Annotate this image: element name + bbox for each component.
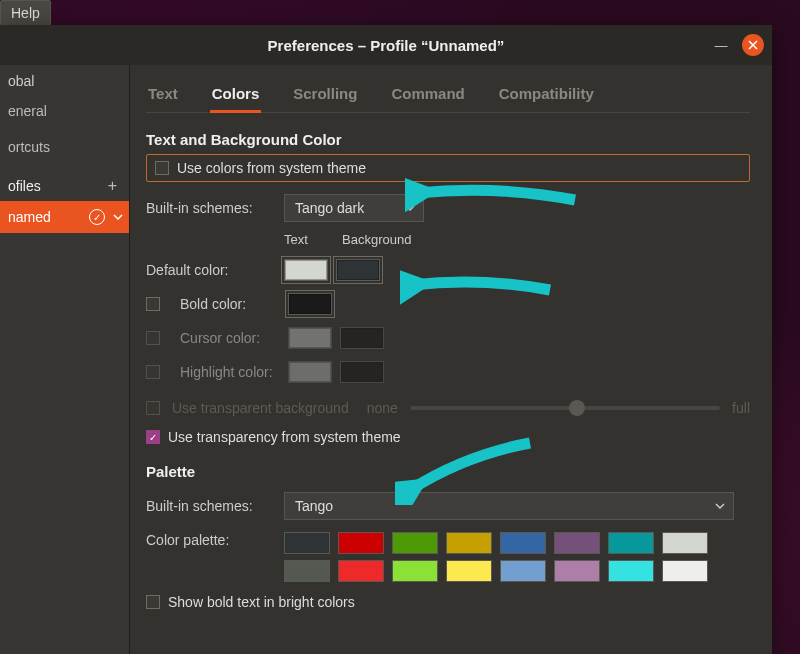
preferences-window: Preferences – Profile “Unnamed” — obal e… [0,25,772,654]
slider-full-label: full [732,400,750,416]
palette-scheme-value: Tango [295,498,333,514]
cursor-bg-swatch[interactable] [340,327,384,349]
slider-none-label: none [367,400,398,416]
palette-swatch-1-3[interactable] [446,560,492,582]
bold-color-label: Bold color: [168,296,280,312]
palette-swatch-1-1[interactable] [338,560,384,582]
transparency-slider[interactable] [410,399,720,417]
palette-swatch-0-5[interactable] [554,532,600,554]
minimize-button[interactable]: — [710,34,732,56]
col-header-text: Text [284,232,332,247]
sidebar: obal eneral ortcuts ofiles + named ✓ [0,65,130,654]
sidebar-profiles-header: ofiles + [0,165,129,201]
highlight-text-swatch[interactable] [288,361,332,383]
palette-grid [284,532,708,582]
tab-colors[interactable]: Colors [210,79,262,112]
palette-swatch-0-1[interactable] [338,532,384,554]
palette-swatch-1-4[interactable] [500,560,546,582]
highlight-color-checkbox[interactable] [146,365,160,379]
section-palette-title: Palette [146,463,750,480]
show-bold-bright-checkbox[interactable] [146,595,160,609]
palette-swatch-1-0[interactable] [284,560,330,582]
tab-text[interactable]: Text [146,79,180,112]
palette-swatch-0-4[interactable] [500,532,546,554]
builtin-scheme-combo[interactable]: Tango dark [284,194,424,222]
use-system-colors-row[interactable]: Use colors from system theme [146,154,750,182]
color-palette-label: Color palette: [146,532,276,548]
sidebar-profile-label: named [8,209,83,225]
sidebar-profile-unnamed[interactable]: named ✓ [0,201,129,233]
sidebar-item-shortcuts[interactable]: ortcuts [0,129,129,165]
palette-swatch-0-2[interactable] [392,532,438,554]
sidebar-item-general[interactable]: eneral [0,93,129,129]
window-title: Preferences – Profile “Unnamed” [268,37,505,54]
palette-swatch-0-0[interactable] [284,532,330,554]
builtin-scheme-value: Tango dark [295,200,364,216]
palette-scheme-combo[interactable]: Tango [284,492,734,520]
section-text-bg-title: Text and Background Color [146,131,750,148]
use-sys-transparency-label: Use transparency from system theme [168,429,401,445]
close-button[interactable] [742,34,764,56]
transparent-bg-label: Use transparent background [172,400,349,416]
main-panel: Text Colors Scrolling Command Compatibil… [130,65,772,654]
cursor-text-swatch[interactable] [288,327,332,349]
transparent-bg-checkbox[interactable] [146,401,160,415]
col-header-background: Background [342,232,411,247]
highlight-color-label: Highlight color: [168,364,280,380]
palette-swatch-1-5[interactable] [554,560,600,582]
bold-text-swatch[interactable] [288,293,332,315]
palette-builtin-schemes-label: Built-in schemes: [146,498,276,514]
sidebar-group-global: obal [0,65,129,93]
default-bg-swatch[interactable] [336,259,380,281]
cursor-color-checkbox[interactable] [146,331,160,345]
bold-color-checkbox[interactable] [146,297,160,311]
palette-swatch-1-7[interactable] [662,560,708,582]
default-text-swatch[interactable] [284,259,328,281]
palette-swatch-0-6[interactable] [608,532,654,554]
color-column-headers: Text Background [284,232,750,247]
tabs: Text Colors Scrolling Command Compatibil… [146,65,750,113]
highlight-bg-swatch[interactable] [340,361,384,383]
tab-scrolling[interactable]: Scrolling [291,79,359,112]
use-system-colors-checkbox[interactable] [155,161,169,175]
palette-swatch-0-3[interactable] [446,532,492,554]
add-profile-button[interactable]: + [108,177,121,195]
check-circle-icon: ✓ [89,209,105,225]
help-menu-button[interactable]: Help [0,0,51,26]
chevron-down-icon [715,498,725,514]
transparent-bg-row: Use transparent background none full [146,399,750,417]
palette-swatch-1-6[interactable] [608,560,654,582]
tab-compatibility[interactable]: Compatibility [497,79,596,112]
show-bold-bright-label: Show bold text in bright colors [168,594,355,610]
palette-swatch-1-2[interactable] [392,560,438,582]
default-color-label: Default color: [146,262,276,278]
tab-command[interactable]: Command [389,79,466,112]
cursor-color-label: Cursor color: [168,330,280,346]
titlebar: Preferences – Profile “Unnamed” — [0,25,772,65]
chevron-down-icon[interactable] [113,209,123,225]
palette-swatch-0-7[interactable] [662,532,708,554]
builtin-schemes-label: Built-in schemes: [146,200,276,216]
chevron-down-icon [405,200,415,216]
sidebar-profiles-label: ofiles [8,178,41,194]
use-system-colors-label: Use colors from system theme [177,160,366,176]
use-sys-transparency-checkbox[interactable]: ✓ [146,430,160,444]
